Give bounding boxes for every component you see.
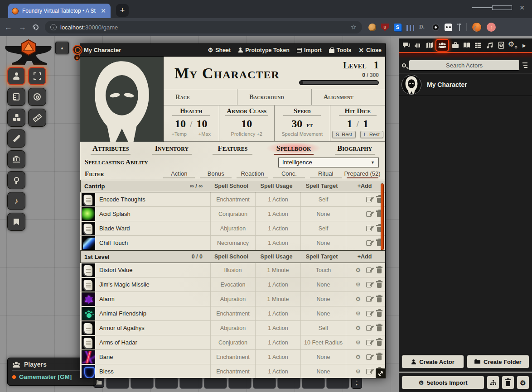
prototype-token-button[interactable]: Prototype Token — [238, 47, 290, 53]
tab-close-icon[interactable]: ✕ — [100, 7, 107, 14]
delete-spell-icon[interactable] — [377, 341, 382, 346]
bars-extension-icon[interactable] — [406, 25, 414, 31]
spell-list[interactable]: Cantrip ∞ / ∞ Spell School Spell Usage S… — [80, 180, 385, 378]
filter-bonus[interactable]: Bonus — [198, 170, 234, 178]
macro-slot[interactable] — [204, 377, 227, 389]
prepare-toggle[interactable]: ⚙ — [355, 311, 361, 316]
max-hp-link[interactable]: +Max — [198, 131, 211, 137]
edit-spell-icon[interactable] — [366, 296, 372, 302]
spell-name[interactable]: Distort Value — [96, 267, 210, 273]
spell-name[interactable]: Encode Thoughts — [96, 196, 210, 203]
address-bar[interactable]: i localhost:30000/game ☆ — [45, 21, 362, 33]
actor-name[interactable]: My Character — [427, 81, 467, 88]
tab-compendium[interactable] — [496, 40, 507, 51]
search-actors-input[interactable] — [409, 60, 520, 71]
tab-attributes[interactable]: Attributes — [80, 143, 141, 155]
tab-chat[interactable] — [401, 40, 412, 51]
sort-filter-icon[interactable] — [522, 62, 529, 68]
add-spell-button[interactable]: +Add — [344, 183, 385, 189]
actor-avatar[interactable] — [401, 75, 421, 95]
spell-row[interactable]: Blade Ward Abjuration 1 Action Self — [80, 221, 385, 236]
edit-spell-icon[interactable] — [366, 282, 372, 287]
create-folder-button[interactable]: Create Folder — [467, 355, 529, 368]
browser-tab[interactable]: Foundry Virtual Tabletop • A Stan ✕ — [8, 4, 111, 18]
spell-name[interactable]: Armor of Agathys — [96, 325, 210, 331]
spell-row[interactable]: Chill Touch Necromancy 1 Action None — [80, 236, 385, 250]
close-sheet-button[interactable]: ✕Close — [358, 47, 382, 54]
shield-extension-icon[interactable]: U — [381, 24, 389, 31]
macro-slot[interactable] — [106, 377, 129, 389]
cookie-extension-icon[interactable] — [368, 24, 376, 31]
spell-row[interactable]: Acid Splash Conjuration 1 Action None — [80, 207, 385, 221]
short-rest-button[interactable]: S. Rest — [332, 131, 356, 138]
bookmark-star-icon[interactable]: ☆ — [351, 23, 357, 31]
d-extension-icon[interactable]: D. — [419, 24, 427, 31]
spell-name[interactable]: Arms of Hadar — [96, 339, 210, 346]
character-name[interactable]: My Character — [174, 65, 280, 82]
ac-value[interactable]: 10 — [241, 118, 252, 130]
close-window-button[interactable]: ✕ — [512, 0, 532, 15]
forward-button[interactable]: → — [19, 24, 26, 31]
edit-spell-icon[interactable] — [366, 340, 372, 345]
update-icon[interactable]: ↑ — [487, 23, 496, 32]
spell-icon[interactable] — [82, 321, 95, 335]
tools-button[interactable]: Tools — [329, 47, 351, 53]
nav-collapse-button[interactable]: ▲ — [55, 42, 69, 54]
delete-spell-icon[interactable] — [377, 283, 382, 288]
xp-display[interactable]: 0 / 300 — [362, 72, 379, 78]
maximize-button[interactable] — [492, 0, 512, 15]
edit-spell-icon[interactable] — [366, 311, 372, 316]
import-button[interactable]: Import — [297, 47, 322, 53]
alignment-field[interactable]: Alignment — [312, 89, 385, 105]
module-badge-icon[interactable] — [73, 45, 82, 55]
spell-icon[interactable] — [82, 292, 95, 306]
tile-tools-button[interactable] — [7, 150, 25, 168]
spell-icon[interactable] — [82, 365, 95, 378]
spell-row[interactable]: Animal Friendship Enchantment 1 Action N… — [80, 306, 385, 321]
spell-row[interactable]: Alarm Abjuration 1 Minute None ⚙ — [80, 292, 385, 306]
sheet-titlebar[interactable]: G My Character ⚙Sheet Prototype Token Im… — [80, 44, 385, 57]
tab-items[interactable] — [450, 40, 461, 51]
create-actor-button[interactable]: Create Actor — [401, 355, 464, 368]
spell-name[interactable]: Bless — [96, 368, 210, 375]
tab-actors[interactable] — [435, 39, 449, 52]
speed-value[interactable]: 30ft — [291, 118, 313, 130]
5etools-import-button[interactable]: ⚙5etools Import — [401, 376, 484, 389]
edit-spell-icon[interactable] — [366, 369, 372, 374]
filter-action[interactable]: Action — [161, 170, 198, 178]
delete-spell-icon[interactable] — [377, 268, 382, 273]
target-tool-button[interactable] — [28, 88, 46, 106]
spell-name[interactable]: Chill Touch — [96, 239, 210, 246]
spell-icon[interactable] — [82, 263, 95, 277]
site-info-icon[interactable]: i — [50, 24, 57, 30]
edit-spell-icon[interactable] — [366, 197, 372, 202]
health-values[interactable]: 10/10 — [175, 118, 208, 130]
spell-row[interactable]: Bane Enchantment 1 Action None ⚙ — [80, 350, 385, 364]
filter-prepared[interactable]: Prepared (52) — [344, 170, 381, 178]
spell-name[interactable]: Jim's Magic Missile — [96, 281, 210, 288]
tab-features[interactable]: Features — [202, 143, 263, 155]
spell-name[interactable]: Bane — [96, 354, 210, 360]
drawing-tools-button[interactable] — [7, 129, 25, 148]
macro-slot[interactable] — [179, 377, 203, 389]
edit-spell-icon[interactable] — [366, 325, 372, 331]
spell-row[interactable]: Jim's Magic Missile Evocation 1 Action N… — [80, 277, 385, 292]
spell-icon[interactable] — [82, 222, 95, 235]
macro-slot[interactable] — [253, 377, 276, 389]
spell-icon[interactable] — [82, 350, 95, 364]
prepare-toggle[interactable]: ⚙ — [355, 296, 361, 302]
spell-icon[interactable] — [82, 193, 95, 206]
spell-icon[interactable] — [82, 207, 95, 221]
fork-extension-icon[interactable] — [457, 24, 461, 31]
ruler-tool-button[interactable] — [7, 88, 25, 106]
dice-tool-button[interactable] — [7, 109, 25, 127]
settings-button[interactable]: ⚙ — [517, 376, 529, 389]
prepare-toggle[interactable]: ⚙ — [355, 282, 361, 287]
spell-row[interactable]: Distort Value Illusion 1 Minute Touch ⚙ — [80, 263, 385, 277]
macro-slot[interactable] — [228, 377, 251, 389]
special-movement-link[interactable]: Special Movement — [282, 131, 323, 137]
macro-slot[interactable] — [277, 377, 300, 389]
spell-row[interactable]: Encode Thoughts Enchantment 1 Action Sel… — [80, 192, 385, 207]
hotbar-page-button[interactable]: ▲▼ — [351, 377, 362, 389]
section-slots[interactable]: ∞ / ∞ — [171, 183, 209, 189]
